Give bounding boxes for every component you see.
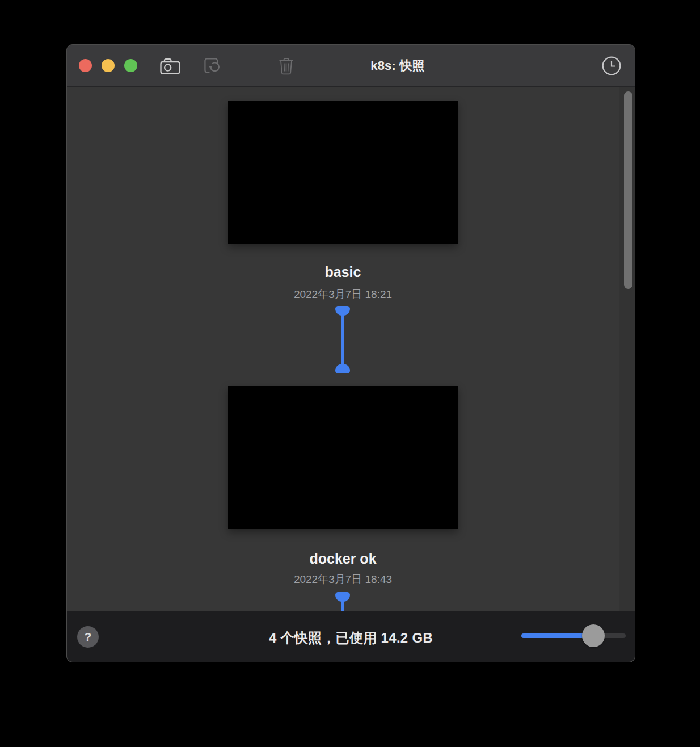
- scrollbar-thumb[interactable]: [624, 91, 632, 289]
- snapshot-tree: basic 2022年3月7日 18:21 docker ok 2022年3月7…: [67, 87, 635, 611]
- take-snapshot-button[interactable]: [159, 55, 181, 77]
- snapshot-name: basic: [228, 262, 458, 282]
- restore-snapshot-button[interactable]: [201, 55, 223, 77]
- restore-snapshot-icon: [203, 57, 221, 75]
- trash-icon: [279, 57, 294, 75]
- thumbnail-size-slider[interactable]: [521, 624, 626, 647]
- window-title: k8s: 快照: [370, 45, 425, 86]
- minimize-button[interactable]: [102, 59, 115, 72]
- title-bar: k8s: 快照: [67, 45, 635, 87]
- snapshot-date: 2022年3月7日 18:43: [228, 572, 458, 587]
- close-button[interactable]: [79, 59, 92, 72]
- traffic-lights: [79, 59, 137, 72]
- camera-icon: [160, 58, 180, 74]
- snapshot-timeline-button[interactable]: [601, 55, 622, 77]
- status-bar: ? 4 个快照，已使用 14.2 GB: [67, 611, 635, 662]
- tree-connector-line: [341, 314, 344, 365]
- scrollbar-track[interactable]: [619, 87, 635, 611]
- clock-icon: [601, 56, 622, 76]
- snapshot-thumbnail[interactable]: [228, 101, 458, 244]
- snapshot-date: 2022年3月7日 18:21: [228, 287, 458, 303]
- size-slider-knob[interactable]: [582, 624, 605, 647]
- tree-connector-cap: [335, 364, 350, 374]
- zoom-button[interactable]: [124, 59, 137, 72]
- snapshots-window: k8s: 快照 basic 2022年3月7日 18:21 docker ok …: [66, 44, 635, 662]
- tree-connector-line: [341, 601, 344, 611]
- delete-snapshot-button[interactable]: [275, 55, 297, 77]
- snapshot-thumbnail[interactable]: [228, 386, 458, 529]
- snapshot-name: docker ok: [228, 548, 458, 569]
